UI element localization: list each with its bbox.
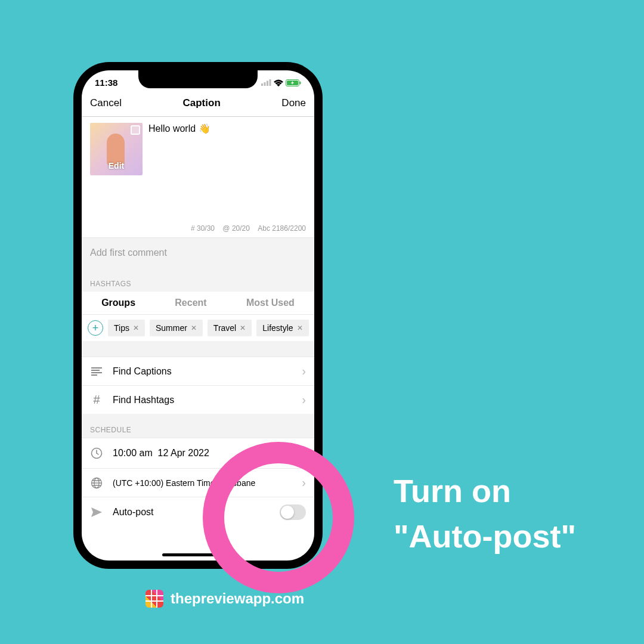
svg-rect-10 bbox=[91, 374, 97, 376]
highlight-circle bbox=[203, 442, 354, 593]
caption-input[interactable]: Hello world 👋 bbox=[148, 123, 306, 218]
chevron-right-icon: › bbox=[302, 364, 306, 378]
page-title: Caption bbox=[183, 97, 221, 109]
carousel-icon bbox=[131, 125, 140, 135]
svg-rect-3 bbox=[270, 79, 271, 86]
tab-most-used[interactable]: Most Used bbox=[246, 298, 295, 308]
svg-rect-8 bbox=[91, 370, 100, 371]
nav-bar: Cancel Caption Done bbox=[82, 91, 314, 117]
svg-rect-6 bbox=[300, 81, 301, 84]
brand-logo-icon bbox=[145, 590, 163, 608]
clock-icon bbox=[90, 447, 103, 459]
char-count: Abc 2186/2200 bbox=[258, 224, 306, 233]
svg-rect-9 bbox=[91, 372, 102, 373]
globe-icon bbox=[90, 477, 103, 489]
caption-area: Edit Hello world 👋 bbox=[82, 117, 314, 224]
cancel-button[interactable]: Cancel bbox=[90, 97, 122, 109]
svg-rect-7 bbox=[91, 367, 102, 369]
hashtag-tabs: Groups Recent Most Used bbox=[82, 292, 314, 315]
done-button[interactable]: Done bbox=[281, 97, 306, 109]
hashtag-count: # 30/30 bbox=[191, 224, 215, 233]
find-hashtags-row[interactable]: # Find Hashtags › bbox=[82, 385, 314, 414]
row-label: Find Hashtags bbox=[113, 395, 292, 405]
tab-recent[interactable]: Recent bbox=[175, 298, 206, 308]
edit-label: Edit bbox=[90, 161, 143, 171]
tab-groups[interactable]: Groups bbox=[101, 298, 135, 308]
list-icon bbox=[90, 367, 103, 376]
callout-text: Turn on "Auto-post" bbox=[394, 469, 632, 559]
first-comment-input[interactable]: Add first comment bbox=[82, 237, 314, 268]
status-icons bbox=[261, 79, 301, 86]
close-icon[interactable]: ✕ bbox=[133, 324, 139, 332]
hashtags-header: HASHTAGS bbox=[82, 268, 314, 292]
caption-stats: # 30/30 @ 20/20 Abc 2186/2200 bbox=[82, 224, 314, 237]
close-icon[interactable]: ✕ bbox=[191, 324, 197, 332]
close-icon[interactable]: ✕ bbox=[240, 324, 246, 332]
hashtag-groups-row: + Tips✕ Summer✕ Travel✕ Lifestyle✕ bbox=[82, 315, 314, 341]
post-thumbnail[interactable]: Edit bbox=[90, 123, 143, 175]
row-label: Find Captions bbox=[113, 366, 292, 377]
close-icon[interactable]: ✕ bbox=[297, 324, 303, 332]
mention-count: @ 20/20 bbox=[222, 224, 250, 233]
find-captions-row[interactable]: Find Captions › bbox=[82, 357, 314, 385]
tag-chip[interactable]: Travel✕ bbox=[208, 320, 252, 336]
add-group-button[interactable]: + bbox=[88, 320, 103, 336]
status-time: 11:38 bbox=[95, 78, 117, 88]
schedule-header: SCHEDULE bbox=[82, 414, 314, 438]
hash-icon: # bbox=[90, 393, 103, 407]
signal-icon bbox=[261, 79, 271, 86]
svg-rect-0 bbox=[261, 83, 263, 86]
tag-chip[interactable]: Tips✕ bbox=[108, 320, 145, 336]
tag-chip[interactable]: Lifestyle✕ bbox=[256, 320, 308, 336]
chevron-right-icon: › bbox=[302, 393, 306, 407]
svg-rect-2 bbox=[267, 81, 268, 86]
tag-chip[interactable]: Summer✕ bbox=[150, 320, 203, 336]
svg-rect-1 bbox=[264, 82, 266, 86]
send-icon bbox=[90, 507, 103, 518]
battery-icon bbox=[286, 79, 301, 86]
wifi-icon bbox=[274, 79, 283, 86]
notch bbox=[138, 70, 258, 88]
